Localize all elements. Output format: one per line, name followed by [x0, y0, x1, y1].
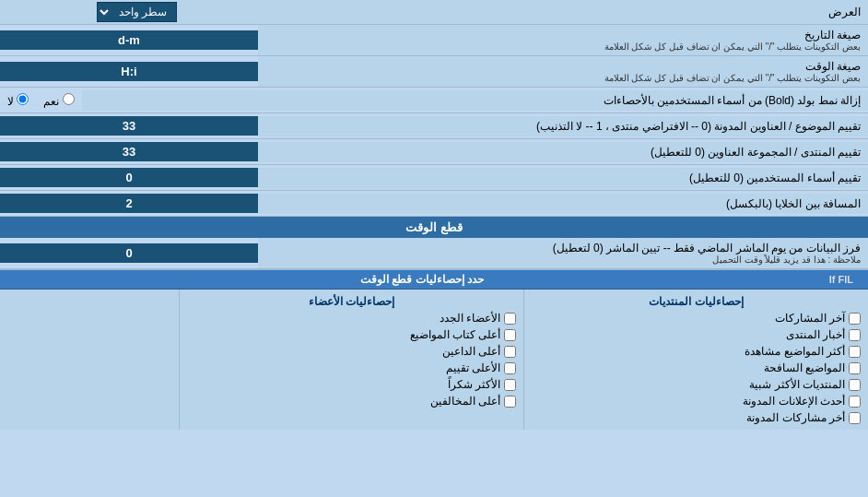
date-format-label: صيغة التاريخ بعض التكوينات يتطلب "/" الت…	[258, 25, 868, 55]
stats-define-header: If FIL حدد إحصاءليات قطع الوقت	[0, 270, 868, 290]
stats-members-check-0[interactable]	[504, 313, 516, 325]
realtime-filter-row: فرز البيانات من يوم الماشر الماضي فقط --…	[0, 238, 868, 269]
date-format-value: d-m	[0, 30, 258, 50]
stats-posts-check-1[interactable]	[849, 329, 861, 341]
cell-space-label: المسافة بين الخلايا (بالبكسل)	[258, 194, 868, 214]
stats-members-check-3[interactable]	[504, 362, 516, 374]
time-format-value: H:i	[0, 62, 258, 81]
stats-posts-label-2: أكثر المواضيع مشاهدة	[745, 345, 845, 358]
stats-members-check-2[interactable]	[504, 346, 516, 358]
stats-members-check-4[interactable]	[504, 379, 516, 391]
stats-members-item-4: الأكثر شكراً	[187, 376, 516, 393]
stats-posts-label-1: أخبار المنتدى	[786, 328, 845, 341]
stats-posts-check-5[interactable]	[849, 396, 861, 408]
stats-members-label-3: الأعلى تقييم	[446, 361, 500, 374]
date-format-sublabel: بعض التكوينات يتطلب "/" التي يمكن ان تضا…	[265, 41, 861, 52]
forum-order-row: تقييم المنتدى / المجموعة العناوين (0 للت…	[0, 139, 868, 165]
stats-posts-header: إحصاءليات المنتديات	[532, 293, 861, 310]
stats-members-item-2: أعلى الداعين	[187, 343, 516, 360]
bold-remove-row: إزالة نمط بولد (Bold) من أسماء المستخدمي…	[0, 88, 868, 113]
stats-posts-item-4: المنتديات الأكثر شبية	[532, 376, 861, 393]
stats-members-label-4: الأكثر شكراً	[448, 378, 500, 391]
stats-posts-label-4: المنتديات الأكثر شبية	[749, 378, 845, 391]
stats-posts-item-2: أكثر المواضيع مشاهدة	[532, 343, 861, 360]
date-format-title: صيغة التاريخ	[265, 29, 861, 41]
stats-content: إحصاءليات المنتديات آخر المشاركات أخبار …	[0, 290, 868, 430]
stats-posts-item-6: أخر مشاركات المدونة	[532, 409, 861, 426]
realtime-filter-sublabel: ملاحظة : هذا قد يزيد قليلاً وقت التحميل	[265, 254, 861, 265]
date-format-row: صيغة التاريخ بعض التكوينات يتطلب "/" الت…	[0, 25, 868, 56]
stats-section: If FIL حدد إحصاءليات قطع الوقت إحصاءليات…	[0, 269, 868, 430]
stats-posts-label-3: المواضيع السافحة	[764, 361, 845, 374]
cell-space-value: 2	[0, 194, 258, 213]
stats-posts-item-5: أحدث الإعلانات المدونة	[532, 393, 861, 409]
stats-posts-item-0: آخر المشاركات	[532, 310, 861, 326]
topic-order-label: تقييم الموضوع / العناوين المدونة (0 -- ا…	[258, 116, 868, 136]
bold-no-radio[interactable]	[17, 93, 29, 105]
stats-posts-item-1: أخبار المنتدى	[532, 326, 861, 343]
realtime-filter-title: فرز البيانات من يوم الماشر الماضي فقط --…	[265, 242, 861, 254]
stats-posts-check-3[interactable]	[849, 362, 861, 374]
realtime-filter-value: 0	[0, 243, 258, 263]
users-order-value: 0	[0, 168, 258, 187]
cell-space-row: المسافة بين الخلايا (بالبكسل) 2	[0, 191, 868, 217]
forum-order-value: 33	[0, 142, 258, 161]
stats-members-check-5[interactable]	[504, 396, 516, 408]
bold-no-label: لا	[7, 93, 29, 108]
stats-posts-check-4[interactable]	[849, 379, 861, 391]
realtime-filter-label: فرز البيانات من يوم الماشر الماضي فقط --…	[258, 238, 868, 268]
stats-posts-item-3: المواضيع السافحة	[532, 360, 861, 376]
stats-posts-label-5: أحدث الإعلانات المدونة	[743, 395, 845, 408]
stats-members-header: إحصاءليات الأعضاء	[187, 293, 516, 310]
stats-posts-check-0[interactable]	[849, 313, 861, 325]
stats-members-label-1: أعلى كتاب المواضيع	[410, 328, 501, 341]
stats-members-item-3: الأعلى تقييم	[187, 360, 516, 376]
main-container: العرض سطر واحد صيغة التاريخ بعض التكوينا…	[0, 0, 868, 430]
users-order-row: تقييم أسماء المستخدمين (0 للتعطيل) 0	[0, 165, 868, 191]
topic-order-row: تقييم الموضوع / العناوين المدونة (0 -- ا…	[0, 113, 868, 139]
time-format-label: صيغة الوقت بعض التكوينات يتطلب "/" التي …	[258, 56, 868, 87]
time-format-title: صيغة الوقت	[265, 60, 861, 73]
stats-members-item-0: الأعضاء الجدد	[187, 310, 516, 326]
topic-order-value: 33	[0, 116, 258, 136]
users-order-label: تقييم أسماء المستخدمين (0 للتعطيل)	[258, 168, 868, 188]
bold-remove-label: إزالة نمط بولد (Bold) من أسماء المستخدمي…	[82, 90, 868, 111]
stats-define-label: حدد إحصاءليات قطع الوقت	[360, 273, 484, 286]
stats-posts-col: إحصاءليات المنتديات آخر المشاركات أخبار …	[524, 290, 868, 430]
stats-posts-label-6: أخر مشاركات المدونة	[746, 411, 845, 424]
stats-define-left: If FIL	[829, 274, 853, 285]
stats-posts-label-0: آخر المشاركات	[775, 312, 845, 325]
stats-empty-col	[0, 290, 180, 430]
view-select[interactable]: سطر واحد	[97, 2, 177, 22]
stats-members-item-5: أعلى المخالفين	[187, 393, 516, 409]
forum-order-label: تقييم المنتدى / المجموعة العناوين (0 للت…	[258, 142, 868, 162]
bold-yes-label: نعم	[43, 93, 74, 108]
stats-members-label-5: أعلى المخالفين	[430, 395, 500, 408]
header-label: العرض	[184, 3, 868, 21]
bold-yes-radio[interactable]	[63, 93, 75, 105]
stats-members-item-1: أعلى كتاب المواضيع	[187, 326, 516, 343]
stats-members-label-2: أعلى الداعين	[442, 345, 500, 358]
bold-remove-options: نعم لا	[0, 90, 82, 111]
stats-posts-check-2[interactable]	[849, 346, 861, 358]
time-format-sublabel: بعض التكوينات يتطلب "/" التي يمكن ان تضا…	[265, 73, 861, 83]
stats-members-check-1[interactable]	[504, 329, 516, 341]
header-row: العرض سطر واحد	[0, 0, 868, 25]
stats-posts-check-6[interactable]	[849, 412, 861, 424]
realtime-header: قطع الوقت	[0, 217, 868, 238]
stats-members-label-0: الأعضاء الجدد	[440, 312, 500, 325]
stats-members-col: إحصاءليات الأعضاء الأعضاء الجدد أعلى كتا…	[180, 290, 524, 430]
time-format-row: صيغة الوقت بعض التكوينات يتطلب "/" التي …	[0, 56, 868, 88]
